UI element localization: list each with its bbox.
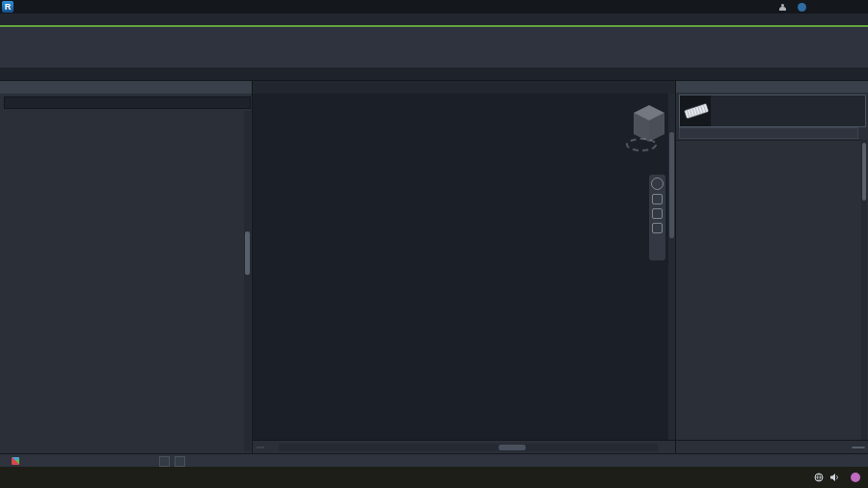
project-browser [0,81,253,453]
type-selector[interactable] [679,95,866,127]
worksets-icon[interactable] [159,456,170,467]
project-browser-tree [0,111,244,453]
orbit-icon[interactable] [652,223,663,233]
instance-filter-dropdown[interactable] [679,127,858,139]
revit-logo-icon[interactable]: R [2,1,14,13]
zoom-icon[interactable] [652,208,663,219]
pan-icon[interactable] [652,194,663,204]
properties-footer [676,440,868,453]
status-bar [0,453,868,468]
help-icon[interactable] [798,3,806,12]
drawing-area [253,81,675,453]
user-icon[interactable] [779,4,786,11]
speaker-icon[interactable] [829,473,839,482]
viewcube[interactable] [626,99,668,155]
steering-wheel-icon[interactable] [651,177,664,190]
worksharing-icon [12,457,19,465]
system-tray [802,473,868,482]
properties-palette [675,81,868,453]
horizontal-scrollbar[interactable] [279,444,658,451]
view-tab-bar [253,81,675,94]
browser-scrollbar[interactable] [244,111,251,451]
project-browser-header[interactable] [0,81,252,94]
properties-header[interactable] [676,81,868,93]
notification-badge[interactable] [851,473,860,482]
navigation-bar[interactable] [649,175,665,260]
title-bar: R [0,0,868,14]
search-input[interactable] [4,96,251,109]
ribbon-tab-bar [0,14,868,25]
view-control-bar [253,440,675,453]
revit-window: R [0,0,868,488]
network-icon[interactable] [814,473,824,482]
design-options-icon[interactable] [175,456,185,467]
parameter-list [676,140,862,441]
windows-taskbar [0,467,868,488]
options-bar [0,68,868,81]
3d-view-canvas[interactable] [253,94,675,440]
type-thumbnail [680,95,711,126]
apply-button[interactable] [852,447,865,448]
properties-scrollbar[interactable] [861,140,867,440]
scale-button[interactable] [257,447,264,448]
vertical-scrollbar[interactable] [668,94,675,440]
heating-system-model [253,94,668,440]
ribbon [0,27,868,68]
